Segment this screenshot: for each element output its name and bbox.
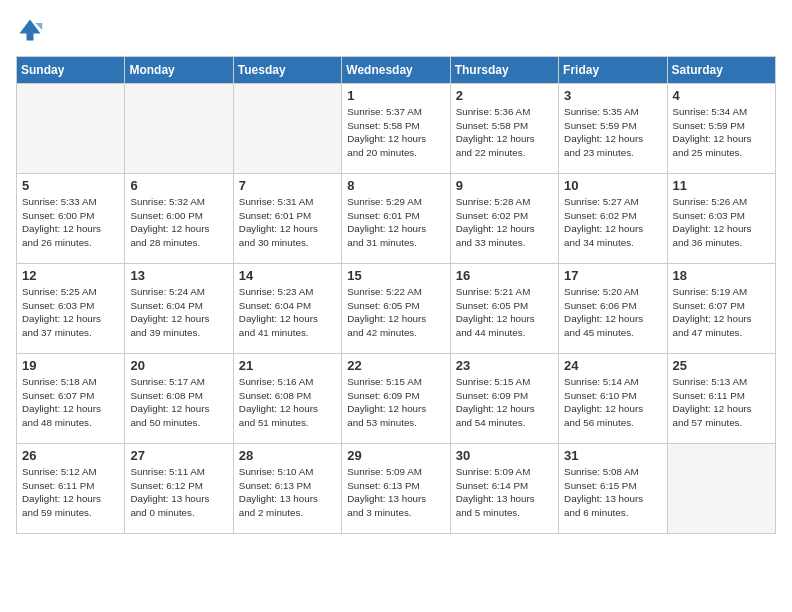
weekday-header-thursday: Thursday [450, 57, 558, 84]
calendar-cell: 8Sunrise: 5:29 AM Sunset: 6:01 PM Daylig… [342, 174, 450, 264]
weekday-header-tuesday: Tuesday [233, 57, 341, 84]
day-info: Sunrise: 5:16 AM Sunset: 6:08 PM Dayligh… [239, 375, 336, 430]
calendar-cell: 22Sunrise: 5:15 AM Sunset: 6:09 PM Dayli… [342, 354, 450, 444]
day-info: Sunrise: 5:08 AM Sunset: 6:15 PM Dayligh… [564, 465, 661, 520]
day-info: Sunrise: 5:25 AM Sunset: 6:03 PM Dayligh… [22, 285, 119, 340]
calendar-cell: 31Sunrise: 5:08 AM Sunset: 6:15 PM Dayli… [559, 444, 667, 534]
day-info: Sunrise: 5:26 AM Sunset: 6:03 PM Dayligh… [673, 195, 770, 250]
svg-marker-0 [20, 20, 41, 41]
day-info: Sunrise: 5:23 AM Sunset: 6:04 PM Dayligh… [239, 285, 336, 340]
day-number: 31 [564, 448, 661, 463]
day-info: Sunrise: 5:15 AM Sunset: 6:09 PM Dayligh… [456, 375, 553, 430]
day-info: Sunrise: 5:24 AM Sunset: 6:04 PM Dayligh… [130, 285, 227, 340]
calendar-cell: 6Sunrise: 5:32 AM Sunset: 6:00 PM Daylig… [125, 174, 233, 264]
day-number: 2 [456, 88, 553, 103]
day-number: 1 [347, 88, 444, 103]
calendar-cell: 1Sunrise: 5:37 AM Sunset: 5:58 PM Daylig… [342, 84, 450, 174]
day-info: Sunrise: 5:10 AM Sunset: 6:13 PM Dayligh… [239, 465, 336, 520]
calendar-cell: 25Sunrise: 5:13 AM Sunset: 6:11 PM Dayli… [667, 354, 775, 444]
day-info: Sunrise: 5:34 AM Sunset: 5:59 PM Dayligh… [673, 105, 770, 160]
day-number: 26 [22, 448, 119, 463]
calendar-cell: 16Sunrise: 5:21 AM Sunset: 6:05 PM Dayli… [450, 264, 558, 354]
day-number: 28 [239, 448, 336, 463]
day-number: 15 [347, 268, 444, 283]
day-info: Sunrise: 5:31 AM Sunset: 6:01 PM Dayligh… [239, 195, 336, 250]
weekday-header-wednesday: Wednesday [342, 57, 450, 84]
week-row-4: 19Sunrise: 5:18 AM Sunset: 6:07 PM Dayli… [17, 354, 776, 444]
day-number: 24 [564, 358, 661, 373]
day-number: 27 [130, 448, 227, 463]
day-number: 29 [347, 448, 444, 463]
day-info: Sunrise: 5:32 AM Sunset: 6:00 PM Dayligh… [130, 195, 227, 250]
calendar-cell: 5Sunrise: 5:33 AM Sunset: 6:00 PM Daylig… [17, 174, 125, 264]
calendar-cell: 28Sunrise: 5:10 AM Sunset: 6:13 PM Dayli… [233, 444, 341, 534]
day-number: 12 [22, 268, 119, 283]
day-number: 17 [564, 268, 661, 283]
day-info: Sunrise: 5:13 AM Sunset: 6:11 PM Dayligh… [673, 375, 770, 430]
day-info: Sunrise: 5:11 AM Sunset: 6:12 PM Dayligh… [130, 465, 227, 520]
weekday-header-saturday: Saturday [667, 57, 775, 84]
calendar-cell: 14Sunrise: 5:23 AM Sunset: 6:04 PM Dayli… [233, 264, 341, 354]
calendar-cell: 7Sunrise: 5:31 AM Sunset: 6:01 PM Daylig… [233, 174, 341, 264]
calendar-cell: 20Sunrise: 5:17 AM Sunset: 6:08 PM Dayli… [125, 354, 233, 444]
day-number: 13 [130, 268, 227, 283]
calendar-cell: 9Sunrise: 5:28 AM Sunset: 6:02 PM Daylig… [450, 174, 558, 264]
day-number: 10 [564, 178, 661, 193]
day-info: Sunrise: 5:35 AM Sunset: 5:59 PM Dayligh… [564, 105, 661, 160]
page-header [16, 16, 776, 44]
week-row-2: 5Sunrise: 5:33 AM Sunset: 6:00 PM Daylig… [17, 174, 776, 264]
calendar-cell: 11Sunrise: 5:26 AM Sunset: 6:03 PM Dayli… [667, 174, 775, 264]
day-number: 6 [130, 178, 227, 193]
day-info: Sunrise: 5:18 AM Sunset: 6:07 PM Dayligh… [22, 375, 119, 430]
calendar-cell: 10Sunrise: 5:27 AM Sunset: 6:02 PM Dayli… [559, 174, 667, 264]
day-number: 5 [22, 178, 119, 193]
day-number: 22 [347, 358, 444, 373]
day-info: Sunrise: 5:15 AM Sunset: 6:09 PM Dayligh… [347, 375, 444, 430]
day-number: 25 [673, 358, 770, 373]
day-number: 3 [564, 88, 661, 103]
calendar-cell: 15Sunrise: 5:22 AM Sunset: 6:05 PM Dayli… [342, 264, 450, 354]
day-info: Sunrise: 5:33 AM Sunset: 6:00 PM Dayligh… [22, 195, 119, 250]
day-number: 11 [673, 178, 770, 193]
calendar-cell: 21Sunrise: 5:16 AM Sunset: 6:08 PM Dayli… [233, 354, 341, 444]
day-info: Sunrise: 5:22 AM Sunset: 6:05 PM Dayligh… [347, 285, 444, 340]
day-number: 20 [130, 358, 227, 373]
day-info: Sunrise: 5:14 AM Sunset: 6:10 PM Dayligh… [564, 375, 661, 430]
calendar-cell: 26Sunrise: 5:12 AM Sunset: 6:11 PM Dayli… [17, 444, 125, 534]
day-number: 23 [456, 358, 553, 373]
logo-icon [16, 16, 44, 44]
weekday-header-monday: Monday [125, 57, 233, 84]
calendar-cell: 3Sunrise: 5:35 AM Sunset: 5:59 PM Daylig… [559, 84, 667, 174]
day-number: 4 [673, 88, 770, 103]
day-info: Sunrise: 5:37 AM Sunset: 5:58 PM Dayligh… [347, 105, 444, 160]
day-number: 14 [239, 268, 336, 283]
calendar-cell [125, 84, 233, 174]
calendar-cell: 17Sunrise: 5:20 AM Sunset: 6:06 PM Dayli… [559, 264, 667, 354]
calendar-cell [17, 84, 125, 174]
calendar-cell: 18Sunrise: 5:19 AM Sunset: 6:07 PM Dayli… [667, 264, 775, 354]
calendar-cell [233, 84, 341, 174]
day-info: Sunrise: 5:09 AM Sunset: 6:14 PM Dayligh… [456, 465, 553, 520]
day-number: 30 [456, 448, 553, 463]
weekday-header-friday: Friday [559, 57, 667, 84]
calendar-cell: 30Sunrise: 5:09 AM Sunset: 6:14 PM Dayli… [450, 444, 558, 534]
calendar: SundayMondayTuesdayWednesdayThursdayFrid… [16, 56, 776, 534]
day-number: 8 [347, 178, 444, 193]
calendar-cell: 23Sunrise: 5:15 AM Sunset: 6:09 PM Dayli… [450, 354, 558, 444]
day-info: Sunrise: 5:09 AM Sunset: 6:13 PM Dayligh… [347, 465, 444, 520]
day-info: Sunrise: 5:27 AM Sunset: 6:02 PM Dayligh… [564, 195, 661, 250]
calendar-cell: 24Sunrise: 5:14 AM Sunset: 6:10 PM Dayli… [559, 354, 667, 444]
week-row-1: 1Sunrise: 5:37 AM Sunset: 5:58 PM Daylig… [17, 84, 776, 174]
week-row-5: 26Sunrise: 5:12 AM Sunset: 6:11 PM Dayli… [17, 444, 776, 534]
day-info: Sunrise: 5:17 AM Sunset: 6:08 PM Dayligh… [130, 375, 227, 430]
calendar-cell: 13Sunrise: 5:24 AM Sunset: 6:04 PM Dayli… [125, 264, 233, 354]
calendar-cell: 29Sunrise: 5:09 AM Sunset: 6:13 PM Dayli… [342, 444, 450, 534]
day-number: 9 [456, 178, 553, 193]
calendar-cell: 4Sunrise: 5:34 AM Sunset: 5:59 PM Daylig… [667, 84, 775, 174]
day-info: Sunrise: 5:36 AM Sunset: 5:58 PM Dayligh… [456, 105, 553, 160]
calendar-cell [667, 444, 775, 534]
day-info: Sunrise: 5:21 AM Sunset: 6:05 PM Dayligh… [456, 285, 553, 340]
day-info: Sunrise: 5:12 AM Sunset: 6:11 PM Dayligh… [22, 465, 119, 520]
day-info: Sunrise: 5:20 AM Sunset: 6:06 PM Dayligh… [564, 285, 661, 340]
calendar-cell: 12Sunrise: 5:25 AM Sunset: 6:03 PM Dayli… [17, 264, 125, 354]
